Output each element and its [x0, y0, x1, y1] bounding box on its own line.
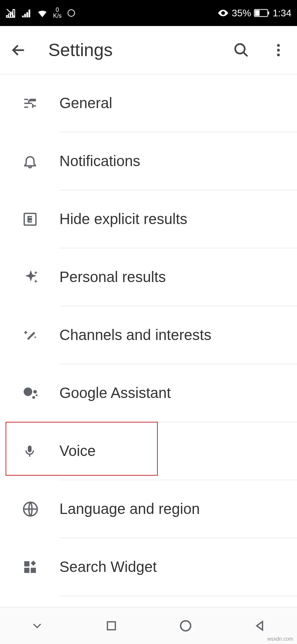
ring-icon	[67, 9, 76, 17]
list-item-label: Hide explicit results	[59, 211, 187, 227]
status-right: 35% 1:34	[218, 7, 291, 19]
list-item-label: Google Assistant	[59, 385, 171, 401]
nav-hide-keyboard-button[interactable]	[26, 615, 48, 637]
divider	[59, 596, 297, 596]
nav-back-button[interactable]	[249, 615, 271, 637]
svg-point-12	[36, 394, 37, 396]
list-item-label: Personal results	[59, 269, 166, 285]
explicit-icon	[22, 211, 38, 227]
assistant-icon	[22, 385, 39, 402]
list-item-personal-results[interactable]: Personal results	[0, 248, 297, 306]
list-item-google-assistant[interactable]: Google Assistant	[0, 364, 297, 422]
list-item-search-widget[interactable]: Search Widget	[0, 538, 297, 596]
svg-point-5	[277, 44, 280, 46]
list-item-notifications[interactable]: Notifications	[0, 132, 297, 190]
svg-point-10	[33, 390, 37, 394]
wand-icon	[22, 327, 39, 343]
list-item-label: Channels and interests	[59, 327, 211, 343]
svg-point-0	[68, 10, 75, 16]
eye-icon	[218, 7, 229, 19]
svg-rect-3	[255, 10, 260, 16]
svg-point-11	[32, 396, 35, 399]
widget-icon	[22, 559, 38, 575]
settings-list: General Notifications Hide explicit resu…	[0, 74, 297, 596]
watermark-text: wsxdn.com	[267, 636, 293, 642]
signal-icon	[21, 8, 32, 18]
svg-point-9	[24, 387, 32, 396]
data-speed-indicator: 0 K/s	[53, 7, 62, 19]
no-signal-icon	[6, 8, 16, 18]
bell-icon	[22, 153, 38, 169]
svg-rect-2	[268, 12, 270, 14]
status-bar: 0 K/s 35% 1:34	[0, 0, 297, 26]
list-item-channels-interests[interactable]: Channels and interests	[0, 306, 297, 364]
svg-rect-15	[24, 567, 29, 573]
wifi-icon	[37, 7, 48, 19]
search-button[interactable]	[230, 39, 252, 61]
list-item-label: Notifications	[59, 153, 140, 169]
system-nav-bar	[0, 607, 297, 644]
list-item-label: Voice	[59, 443, 96, 459]
page-title: Settings	[48, 40, 215, 60]
list-item-language-region[interactable]: Language and region	[0, 480, 297, 538]
mic-icon	[22, 444, 37, 459]
list-item-label: General	[59, 95, 112, 111]
app-bar: Settings	[0, 26, 297, 74]
list-item-label: Language and region	[59, 501, 200, 517]
list-item-hide-explicit[interactable]: Hide explicit results	[0, 190, 297, 248]
speed-unit: K/s	[53, 13, 62, 19]
speed-value: 0	[56, 7, 59, 13]
nav-recent-button[interactable]	[100, 615, 123, 637]
sliders-icon	[22, 96, 38, 111]
overflow-menu-button[interactable]	[267, 39, 290, 61]
svg-rect-16	[31, 567, 36, 573]
svg-rect-14	[24, 561, 29, 566]
nav-home-button[interactable]	[174, 615, 197, 637]
status-left: 0 K/s	[6, 7, 76, 19]
back-button[interactable]	[7, 39, 30, 61]
battery-percent: 35%	[232, 7, 251, 19]
svg-point-4	[235, 44, 245, 54]
list-item-voice[interactable]: Voice	[0, 422, 297, 480]
battery-icon	[254, 9, 270, 17]
list-item-label: Search Widget	[59, 559, 157, 575]
svg-rect-17	[107, 622, 115, 630]
list-item-general[interactable]: General	[0, 74, 297, 132]
svg-point-18	[181, 621, 191, 631]
globe-icon	[22, 501, 39, 517]
clock-time: 1:34	[272, 7, 291, 19]
sparkle-icon	[22, 269, 39, 286]
svg-point-6	[277, 49, 280, 51]
svg-point-7	[277, 54, 280, 56]
